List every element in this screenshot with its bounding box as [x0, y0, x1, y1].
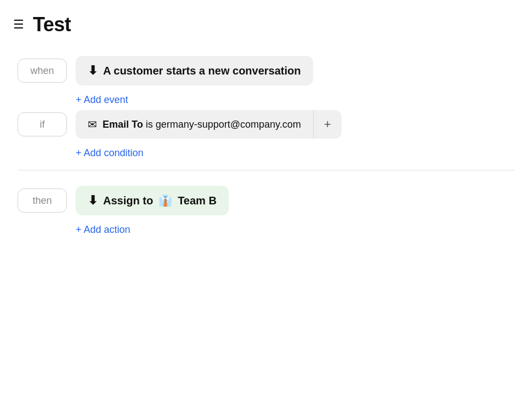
team-icon: 👔 [159, 194, 172, 207]
main-content: when ⬇ A customer starts a new conversat… [0, 45, 532, 258]
action-pill[interactable]: ⬇ Assign to 👔 Team B [76, 186, 229, 215]
team-name: Team B [178, 195, 217, 207]
when-section: when ⬇ A customer starts a new conversat… [18, 56, 514, 106]
add-event-link[interactable]: + Add event [76, 94, 514, 106]
condition-pill[interactable]: ✉ Email To is germany-support@company.co… [76, 110, 313, 139]
if-section: if ✉ Email To is germany-support@company… [18, 110, 514, 159]
hamburger-icon[interactable]: ☰ [13, 19, 24, 31]
add-action-label: + Add action [76, 224, 131, 236]
when-row: when ⬇ A customer starts a new conversat… [18, 56, 514, 85]
then-row: then ⬇ Assign to 👔 Team B [18, 186, 514, 215]
if-row: if ✉ Email To is germany-support@company… [18, 110, 514, 139]
then-label: then [18, 188, 67, 213]
page-title: Test [33, 13, 71, 36]
condition-row: ✉ Email To is germany-support@company.co… [76, 110, 342, 139]
header: ☰ Test [0, 0, 532, 45]
condition-operator: is [146, 119, 156, 130]
action-text: Assign to [103, 195, 153, 207]
event-text: A customer starts a new conversation [103, 65, 301, 77]
add-event-label: + Add event [76, 94, 128, 106]
condition-plus-button[interactable]: + [313, 110, 342, 139]
condition-field: Email To [103, 119, 143, 130]
event-pill[interactable]: ⬇ A customer starts a new conversation [76, 56, 313, 85]
condition-text: Email To is germany-support@company.com [103, 119, 301, 130]
condition-value: germany-support@company.com [156, 119, 301, 130]
add-condition-label: + Add condition [76, 147, 144, 159]
divider [18, 170, 514, 170]
action-download-icon: ⬇ [88, 193, 98, 208]
envelope-icon: ✉ [88, 118, 97, 131]
download-icon: ⬇ [88, 64, 98, 78]
if-label: if [18, 112, 67, 136]
add-action-link[interactable]: + Add action [76, 224, 514, 236]
when-label: when [18, 59, 67, 83]
add-condition-link[interactable]: + Add condition [76, 147, 514, 159]
then-section: then ⬇ Assign to 👔 Team B + Add action [18, 186, 514, 236]
